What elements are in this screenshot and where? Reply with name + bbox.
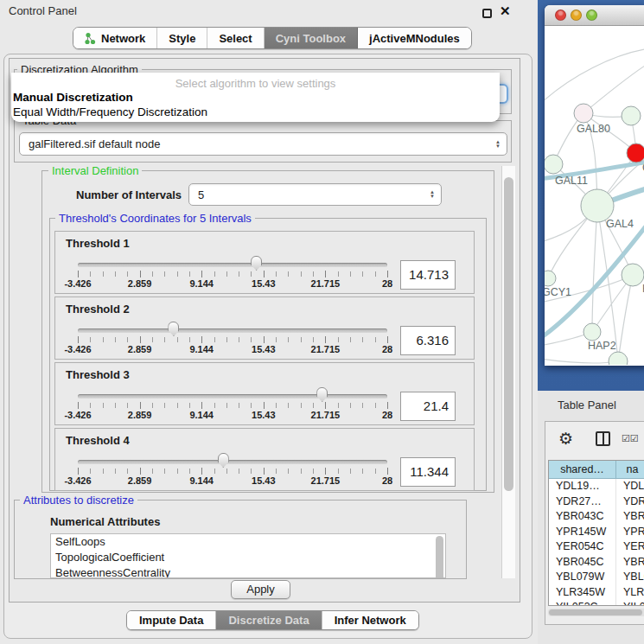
table-row[interactable]: YDL19…YDL1 — [549, 479, 644, 494]
algorithm-prompt-item[interactable]: Select algorithm to view settings — [11, 77, 500, 90]
network-node[interactable] — [622, 106, 641, 125]
numerical-attributes-list[interactable]: SelfLoopsTopologicalCoefficientBetweenne… — [50, 533, 446, 578]
table-row[interactable]: YER054CYER0 — [549, 539, 644, 555]
slider-thumb[interactable] — [218, 453, 229, 468]
threshold-panel-2: Threshold 2-3.4262.8599.14415.4321.71528… — [54, 296, 475, 360]
tab-jactivemnodules[interactable]: jActiveMNodules — [358, 28, 471, 48]
threshold-value-field[interactable]: 21.4 — [400, 392, 456, 421]
table-row[interactable]: YPR145WYPR1 — [549, 525, 644, 540]
float-panel-icon[interactable] — [482, 9, 492, 18]
list-scrollbar-thumb[interactable] — [436, 536, 443, 578]
column-header-shared-name[interactable]: shared… — [549, 461, 616, 478]
slider-thumb[interactable] — [251, 256, 262, 271]
slider-track[interactable] — [78, 263, 387, 267]
select-columns-checkbox-icons[interactable]: ☑☑ — [622, 433, 639, 444]
cell-shared-name: YER054C — [549, 539, 616, 555]
tick-label: 9.144 — [178, 475, 225, 486]
tab-label: Network — [101, 32, 145, 45]
tab-label: Style — [169, 32, 195, 45]
minimize-traffic-light-icon[interactable] — [571, 10, 582, 21]
algorithm-option-equal-width[interactable]: Equal Width/Frequency Discretization — [11, 105, 500, 119]
threshold-value-field[interactable]: 11.344 — [400, 457, 456, 487]
attribute-list-item[interactable]: TopologicalCoefficient — [51, 550, 445, 565]
major-tick — [387, 468, 388, 475]
table-row[interactable]: YBR045CYBR0 — [549, 555, 644, 571]
scrollbar-thumb[interactable] — [549, 609, 642, 615]
cell-shared-name: YPR145W — [549, 525, 616, 540]
table-row[interactable]: YIL053CYIL0 — [549, 600, 644, 606]
network-window-titlebar[interactable] — [545, 5, 644, 26]
major-tick — [325, 468, 326, 475]
node-attribute-table[interactable]: shared…naYDL19…YDL1YDR27…YDR2YBR043CYBR0… — [548, 460, 644, 606]
cell-shared-name: YIL053C — [549, 600, 616, 606]
network-canvas[interactable]: GAL80GGAL11GAL4GCY1HHAP2 — [545, 26, 644, 365]
scrollbar-thumb[interactable] — [504, 177, 513, 491]
tab-network[interactable]: Network — [73, 28, 157, 48]
bottom-tab-infer-network[interactable]: Infer Network — [322, 611, 418, 629]
table-row[interactable]: YBR043CYBR0 — [549, 509, 644, 525]
major-tick — [201, 271, 202, 277]
major-tick — [78, 336, 79, 343]
threshold-value-field[interactable]: 6.316 — [400, 326, 456, 355]
table-row[interactable]: YDR27…YDR2 — [549, 494, 644, 510]
network-node-gcy1[interactable] — [545, 271, 556, 286]
network-node-hap2[interactable] — [583, 323, 601, 341]
table-horizontal-scrollbar[interactable] — [548, 609, 644, 616]
major-tick — [78, 468, 79, 475]
table-data-selected-value: galFiltered.sif default node — [29, 137, 160, 150]
major-tick — [140, 271, 141, 277]
threshold-panel-3: Threshold 3-3.4262.8599.14415.4321.71528… — [54, 362, 475, 425]
major-tick — [387, 336, 388, 343]
table-panel-title: Table Panel — [558, 399, 616, 411]
attributes-groupbox: Numerical Attributes SelfLoopsTopologica… — [14, 500, 467, 579]
table-row[interactable]: YBL079WYBL0 — [549, 570, 644, 585]
network-node[interactable] — [609, 352, 628, 365]
network-node-gal11[interactable] — [545, 155, 563, 174]
network-view-window[interactable]: GAL80GGAL11GAL4GCY1HHAP2 — [545, 5, 644, 366]
major-tick — [264, 402, 265, 409]
tab-cyni-toolbox[interactable]: Cyni Toolbox — [265, 28, 358, 48]
slider-thumb[interactable] — [168, 322, 179, 336]
slider-thumb[interactable] — [316, 387, 328, 402]
tick-label: 2.859 — [117, 278, 163, 289]
network-node-gal80[interactable] — [574, 104, 593, 123]
tick-label: 9.144 — [178, 410, 225, 420]
column-header-name[interactable]: na — [616, 461, 644, 478]
network-node-h[interactable] — [622, 264, 644, 286]
slider-minor-ticks — [78, 337, 388, 342]
settings-gear-icon[interactable]: ⚙ — [558, 429, 573, 449]
algorithm-combobox-focused-edge[interactable] — [500, 84, 508, 104]
slider-track[interactable] — [78, 460, 387, 464]
content-vertical-scrollbar[interactable] — [501, 166, 515, 578]
major-tick — [264, 336, 265, 343]
table-data-combobox[interactable]: galFiltered.sif default node ▲▼ — [19, 132, 507, 156]
tick-label: -3.426 — [54, 475, 101, 486]
tick-label: 15.43 — [240, 475, 287, 486]
bottom-tab-discretize-data[interactable]: Discretize Data — [216, 611, 322, 629]
number-of-intervals-combobox[interactable]: 5 ▲▼ — [188, 183, 442, 206]
threshold-label: Threshold 1 — [66, 237, 130, 250]
attribute-list-item[interactable]: SelfLoops — [51, 534, 445, 550]
slider-track[interactable] — [78, 394, 387, 399]
tick-label: -3.426 — [54, 410, 101, 420]
threshold-value-field[interactable]: 14.713 — [400, 260, 456, 290]
algorithm-option-manual[interactable]: Manual Discretization — [11, 90, 500, 105]
column-layout-icon[interactable] — [596, 431, 610, 446]
slider-track[interactable] — [78, 328, 387, 333]
close-icon[interactable]: ✕ — [500, 3, 511, 19]
tick-label: 2.859 — [117, 344, 163, 354]
attribute-list-item[interactable]: BetweennessCentrality — [51, 565, 445, 578]
threshold-panel-4: Threshold 4-3.4262.8599.14415.4321.71528… — [54, 428, 475, 491]
cell-name: YBR0 — [616, 555, 644, 571]
close-traffic-light-icon[interactable] — [555, 10, 566, 21]
cell-name: YER0 — [616, 539, 644, 555]
tab-select[interactable]: Select — [207, 28, 264, 48]
tab-label: Select — [219, 32, 252, 45]
network-node-g[interactable] — [627, 143, 644, 163]
bottom-tab-impute-data[interactable]: Impute Data — [127, 611, 216, 629]
interval-definition-title: Interval Definition — [48, 164, 142, 177]
tab-style[interactable]: Style — [157, 28, 207, 48]
zoom-traffic-light-icon[interactable] — [586, 10, 597, 21]
table-row[interactable]: YLR345WYLR3 — [549, 585, 644, 601]
apply-button[interactable]: Apply — [231, 580, 290, 599]
